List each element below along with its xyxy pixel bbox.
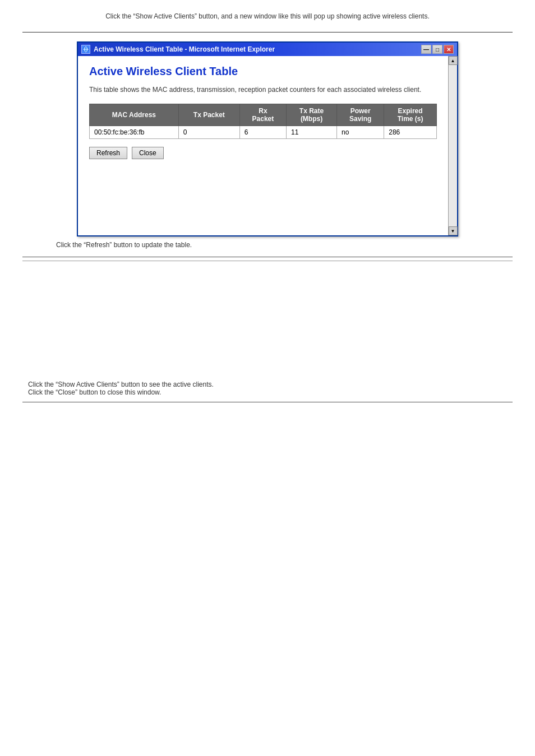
- browser-window: Active Wireless Client Table - Microsoft…: [77, 41, 458, 236]
- col-rx-packet: RxPacket: [239, 104, 286, 126]
- window-close-button[interactable]: ✕: [444, 45, 454, 54]
- refresh-button[interactable]: Refresh: [89, 147, 127, 159]
- browser-title: Active Wireless Client Table - Microsoft…: [94, 45, 275, 53]
- scroll-down-button[interactable]: ▼: [449, 226, 458, 235]
- cell-power-saving: no: [337, 126, 384, 139]
- titlebar-left: Active Wireless Client Table - Microsoft…: [81, 45, 275, 54]
- body-text-4: [22, 324, 513, 336]
- col-power-saving: PowerSaving: [337, 104, 384, 126]
- table-header-row: MAC Address Tx Packet RxPacket Tx Rate(M…: [90, 104, 437, 126]
- body-text-6: [22, 361, 513, 372]
- maximize-button[interactable]: □: [432, 45, 442, 54]
- footer-note-1: Click the “Show Active Clients” button t…: [28, 381, 507, 388]
- body-text-3: [22, 307, 513, 318]
- intro-paragraph: Click the “Show Active Clients” button, …: [22, 11, 513, 22]
- col-mac: MAC Address: [90, 104, 179, 126]
- window-buttons: — □ ✕: [421, 45, 454, 54]
- section-divider-1: [22, 257, 513, 257]
- browser-titlebar: Active Wireless Client Table - Microsoft…: [78, 43, 457, 56]
- caption-text: Click the “Refresh” button to update the…: [22, 241, 513, 249]
- footer-note-2: Click the “Close” button to close this w…: [28, 388, 507, 396]
- close-button[interactable]: Close: [132, 147, 164, 159]
- ie-icon: [81, 45, 90, 54]
- col-tx-packet: Tx Packet: [178, 104, 239, 126]
- footer-notes: Click the “Show Active Clients” button t…: [22, 381, 513, 396]
- body-text-2: [22, 289, 513, 300]
- page-wrapper: Click the “Show Active Clients” button, …: [0, 0, 535, 756]
- cell-tx-packet: 0: [178, 126, 239, 139]
- top-divider: [22, 32, 513, 33]
- scrollbar-track: [449, 65, 457, 226]
- minimize-button[interactable]: —: [421, 45, 431, 54]
- browser-body: Active Wireless Client Table This table …: [78, 56, 457, 235]
- button-row: Refresh Close: [89, 147, 437, 159]
- browser-scrollbar: ▲ ▼: [448, 56, 457, 235]
- cell-rx-packet: 6: [239, 126, 286, 139]
- cell-expired-time: 286: [384, 126, 437, 139]
- cell-mac: 00:50:fc:be:36:fb: [90, 126, 179, 139]
- footer-divider: [22, 402, 513, 402]
- browser-content: Active Wireless Client Table This table …: [78, 56, 448, 235]
- body-text-5: [22, 343, 513, 354]
- page-description: This table shows the MAC address, transm…: [89, 85, 437, 95]
- col-expired-time: ExpiredTime (s): [384, 104, 437, 126]
- col-tx-rate: Tx Rate(Mbps): [287, 104, 337, 126]
- page-title: Active Wireless Client Table: [89, 65, 437, 78]
- section-divider-2: [22, 261, 513, 261]
- body-text-1: [22, 270, 513, 281]
- table-row: 00:50:fc:be:36:fb 0 6 11 no 286: [90, 126, 437, 139]
- scroll-up-button[interactable]: ▲: [449, 56, 458, 65]
- client-table: MAC Address Tx Packet RxPacket Tx Rate(M…: [89, 104, 437, 139]
- cell-tx-rate: 11: [287, 126, 337, 139]
